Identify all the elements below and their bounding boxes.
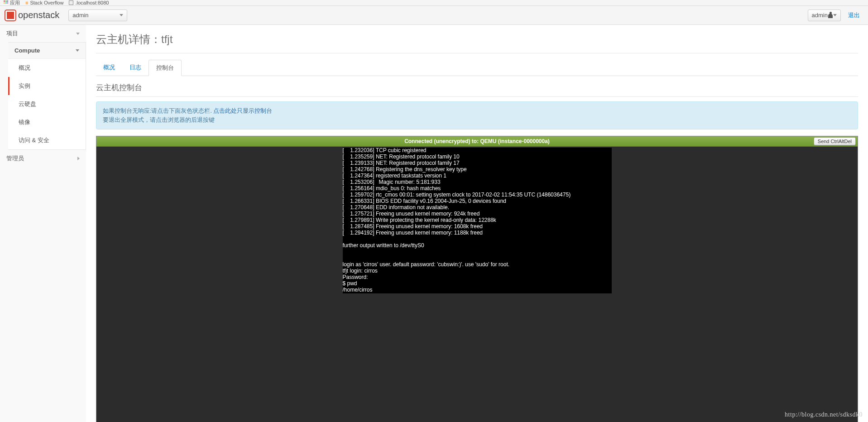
bookmark-label: .localhost:8080	[75, 0, 109, 5]
page-title: 云主机详情：tfjt	[96, 30, 858, 53]
info-text-line1: 如果控制台无响应:请点击下面灰色状态栏.	[103, 108, 212, 114]
info-text-line2: 要退出全屏模式，请点击浏览器的后退按键	[103, 117, 215, 123]
bookmark-stack-overflow[interactable]: ≡ Stack Overflow	[25, 0, 63, 5]
main-content: 云主机详情：tfjt 概况 日志 控制台 云主机控制台 如果控制台无响应:请点击…	[86, 25, 868, 422]
favicon-icon	[69, 0, 73, 5]
logout-link[interactable]: 退出	[845, 11, 863, 19]
vnc-screen[interactable]: [ 1.232036] TCP cubic registered [ 1.235…	[96, 147, 858, 422]
vnc-status-text: Connected (unencrypted) to: QEMU (instan…	[404, 138, 550, 144]
project-selected-value: admin	[72, 12, 88, 19]
chevron-down-icon	[76, 49, 79, 52]
nav-section-label: 项目	[6, 29, 18, 38]
sidebar-item-volumes[interactable]: 云硬盘	[8, 95, 86, 113]
top-header: openstack admin admin 退出	[0, 6, 868, 25]
console-section-title: 云主机控制台	[96, 82, 858, 97]
bookmark-localhost[interactable]: .localhost:8080	[69, 0, 109, 5]
browser-bookmarks-bar: 应用 ≡ Stack Overflow .localhost:8080	[0, 0, 868, 6]
user-label: admin	[812, 12, 828, 19]
chevron-right-icon	[77, 157, 80, 160]
nav-section-admin[interactable]: 管理员	[0, 150, 86, 167]
sidebar-item-images[interactable]: 镜像	[8, 113, 86, 131]
apps-launcher[interactable]: 应用	[4, 0, 20, 6]
openstack-logo-icon	[5, 10, 15, 20]
nav-subsection-label: Compute	[14, 47, 40, 54]
user-menu-button[interactable]: admin	[808, 10, 841, 21]
brand-logo[interactable]: openstack	[5, 10, 59, 20]
bookmark-label: Stack Overflow	[30, 0, 63, 5]
tab-overview[interactable]: 概况	[96, 60, 122, 76]
instance-name: tfjt	[161, 33, 173, 45]
apps-grid-icon	[4, 0, 8, 5]
sidebar-item-overview[interactable]: 概况	[8, 59, 86, 77]
sidebar-item-instances[interactable]: 实例	[8, 77, 86, 95]
chevron-down-icon	[833, 14, 837, 16]
detail-tabs: 概况 日志 控制台	[96, 60, 858, 76]
tab-log[interactable]: 日志	[122, 60, 149, 76]
sidebar: 项目 Compute 概况 实例 云硬盘 镜像 访问 & 安全 管理员	[0, 25, 86, 422]
nav-subsection-compute[interactable]: Compute	[8, 43, 86, 59]
stackoverflow-icon: ≡	[25, 0, 28, 5]
console-info-box: 如果控制台无响应:请点击下面灰色状态栏. 点击此处只显示控制台 要退出全屏模式，…	[96, 101, 858, 129]
vnc-status-bar[interactable]: Connected (unencrypted) to: QEMU (instan…	[96, 136, 858, 147]
sidebar-item-access-security[interactable]: 访问 & 安全	[8, 131, 86, 149]
nav-section-project[interactable]: 项目	[0, 25, 86, 42]
tab-console[interactable]: 控制台	[149, 60, 182, 76]
nav-section-label: 管理员	[6, 154, 24, 163]
apps-label: 应用	[10, 0, 20, 6]
show-only-console-link[interactable]: 点击此处只显示控制台	[213, 108, 272, 114]
chevron-down-icon	[76, 33, 80, 35]
brand-text: openstack	[18, 10, 59, 20]
chevron-down-icon	[120, 14, 123, 16]
vnc-console: Connected (unencrypted) to: QEMU (instan…	[96, 136, 858, 422]
project-selector[interactable]: admin	[68, 10, 127, 21]
terminal-output: [ 1.232036] TCP cubic registered [ 1.235…	[343, 148, 612, 293]
send-ctrl-alt-del-button[interactable]: Send CtrlAltDel	[814, 137, 856, 145]
